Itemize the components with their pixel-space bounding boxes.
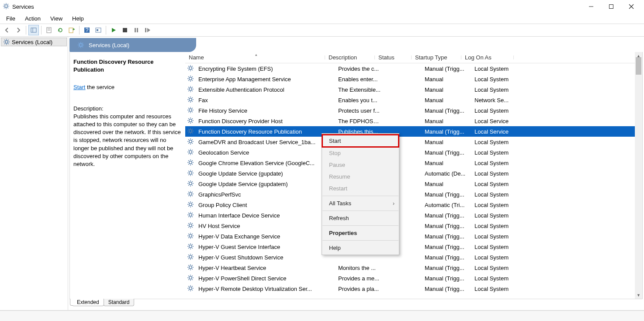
service-row[interactable]: Group Policy ClientgAutomatic (Tri...Loc… (185, 200, 642, 210)
refresh-button[interactable] (55, 25, 66, 35)
cell-log-on-as: Local Service (471, 128, 523, 135)
start-service-button[interactable] (108, 25, 119, 35)
scroll-down-arrow[interactable]: ▼ (635, 291, 642, 299)
gear-icon (187, 274, 194, 283)
cell-startup-type: Manual (Trigg... (421, 107, 471, 114)
close-button[interactable] (621, 0, 641, 13)
gear-icon (187, 232, 194, 241)
tree-node-services-local[interactable]: Services (Local) (1, 38, 67, 46)
ctx-stop[interactable]: Stop (322, 147, 399, 159)
col-name[interactable]: Name (185, 54, 325, 61)
vertical-scrollbar[interactable]: ▲ ▼ (635, 52, 642, 299)
cell-log-on-as: Local System (471, 202, 523, 208)
cell-description: Enables you t... (335, 97, 384, 104)
pause-service-button[interactable] (131, 25, 142, 35)
service-row[interactable]: Encrypting File System (EFS)Provides the… (185, 63, 642, 74)
scroll-thumb[interactable] (636, 57, 641, 75)
gear-icon (187, 169, 194, 178)
service-row[interactable]: Function Discovery Provider HostThe FDPH… (185, 116, 642, 126)
start-link[interactable]: Start (73, 84, 85, 90)
ctx-help[interactable]: Help (322, 242, 399, 254)
col-status[interactable]: Status (375, 54, 412, 61)
service-row[interactable]: FaxEnables you t...ManualNetwork Se... (185, 95, 642, 105)
ctx-pause[interactable]: Pause (322, 159, 399, 171)
help-button[interactable]: ? (82, 25, 92, 35)
menu-file[interactable]: File (2, 14, 20, 23)
cell-name: Google Update Service (gupdatem) (195, 181, 335, 187)
stop-service-button[interactable] (120, 25, 130, 35)
gear-icon (187, 211, 194, 220)
service-row[interactable]: Google Chrome Elevation Service (GoogleC… (185, 158, 642, 168)
cell-name: Hyper-V Data Exchange Service (195, 233, 335, 240)
service-row[interactable]: Google Update Service (gupdatem)ManualLo… (185, 179, 642, 189)
cell-startup-type: Manual (421, 139, 471, 145)
service-row[interactable]: Enterprise App Management ServiceEnables… (185, 74, 642, 84)
service-row[interactable]: Hyper-V Guest Service InterfaceManual (T… (185, 242, 642, 252)
tab-standard[interactable]: Standard (104, 299, 135, 306)
restart-service-button[interactable] (142, 25, 153, 35)
ctx-all-tasks[interactable]: All Tasks (322, 197, 399, 209)
ctx-properties[interactable]: Properties (322, 227, 399, 239)
cell-log-on-as: Local System (471, 170, 523, 177)
service-row[interactable]: Google Update Service (gupdate)Automatic… (185, 168, 642, 179)
service-row[interactable]: File History ServiceProtects user f...Ma… (185, 105, 642, 116)
service-row[interactable]: Hyper-V Remote Desktop Virtualization Se… (185, 283, 642, 294)
service-row[interactable]: Hyper-V Guest Shutdown ServiceManual (Tr… (185, 252, 642, 262)
svg-rect-18 (69, 28, 73, 33)
svg-text:?: ? (85, 27, 88, 33)
service-row[interactable]: Extensible Authentication ProtocolThe Ex… (185, 84, 642, 95)
ctx-resume[interactable]: Resume (322, 171, 399, 183)
minimize-button[interactable] (581, 0, 601, 13)
col-log-on-as[interactable]: Log On As (461, 54, 514, 61)
tab-extended[interactable]: Extended (72, 299, 104, 306)
service-row[interactable]: Geolocation ServicegManual (Trigg...Loca… (185, 147, 642, 158)
service-row[interactable]: Hyper-V PowerShell Direct ServiceProvide… (185, 273, 642, 283)
properties-button[interactable] (44, 25, 54, 35)
toolbar-icon[interactable] (93, 25, 104, 35)
cell-log-on-as: Local System (471, 86, 523, 93)
cell-name: Group Policy Client (195, 202, 335, 208)
cell-log-on-as: Network Se... (471, 97, 523, 104)
console-tree: Services (Local) (0, 37, 68, 310)
back-button[interactable] (2, 25, 12, 35)
cell-startup-type: Manual (421, 181, 471, 187)
service-row[interactable]: Function Discovery Resource PublicationP… (185, 126, 642, 137)
cell-startup-type: Manual (Trigg... (421, 265, 471, 271)
col-description[interactable]: Description (325, 54, 375, 61)
ctx-restart[interactable]: Restart (322, 183, 399, 194)
forward-button[interactable] (13, 25, 24, 35)
cell-name: HV Host Service (195, 223, 335, 229)
col-startup-type[interactable]: Startup Type (412, 54, 461, 61)
cell-name: Hyper-V Guest Shutdown Service (195, 254, 335, 261)
cell-startup-type: Automatic (Tri... (421, 202, 471, 208)
cell-startup-type: Manual (Trigg... (421, 254, 471, 261)
cell-description: Monitors the ... (335, 265, 384, 271)
cell-startup-type: Manual (Trigg... (421, 128, 471, 135)
cell-log-on-as: Local Service (471, 118, 523, 124)
cell-name: GameDVR and Broadcast User Service_1ba..… (195, 139, 335, 145)
service-row[interactable]: HV Host ServiceManual (Trigg...Local Sys… (185, 221, 642, 231)
gear-icon (187, 65, 194, 73)
service-row[interactable]: GraphicsPerfSvcManual (Trigg...Local Sys… (185, 189, 642, 200)
svg-rect-13 (31, 28, 36, 32)
cell-name: Function Discovery Resource Publication (195, 128, 335, 135)
ctx-start[interactable]: Start (322, 134, 399, 148)
service-row[interactable]: GameDVR and Broadcast User Service_1ba..… (185, 137, 642, 147)
service-row[interactable]: Human Interface Device ServiceManual (Tr… (185, 210, 642, 221)
menu-view[interactable]: View (46, 14, 67, 23)
service-row[interactable]: Hyper-V Data Exchange ServiceManual (Tri… (185, 231, 642, 242)
cell-log-on-as: Local System (471, 244, 523, 250)
cell-name: Function Discovery Provider Host (195, 118, 335, 124)
maximize-button[interactable] (601, 0, 621, 13)
gear-icon (187, 243, 194, 251)
svg-rect-10 (609, 5, 613, 9)
export-list-button[interactable] (66, 25, 77, 35)
ctx-refresh[interactable]: Refresh (322, 212, 399, 224)
menu-help[interactable]: Help (68, 14, 88, 23)
show-hide-tree-button[interactable] (28, 25, 39, 35)
gear-icon (187, 128, 194, 136)
service-row[interactable]: Hyper-V Heartbeat ServiceMonitors the ..… (185, 262, 642, 273)
gear-icon (187, 180, 194, 188)
cell-name: Google Update Service (gupdate) (195, 170, 335, 177)
menu-action[interactable]: Action (21, 14, 45, 23)
